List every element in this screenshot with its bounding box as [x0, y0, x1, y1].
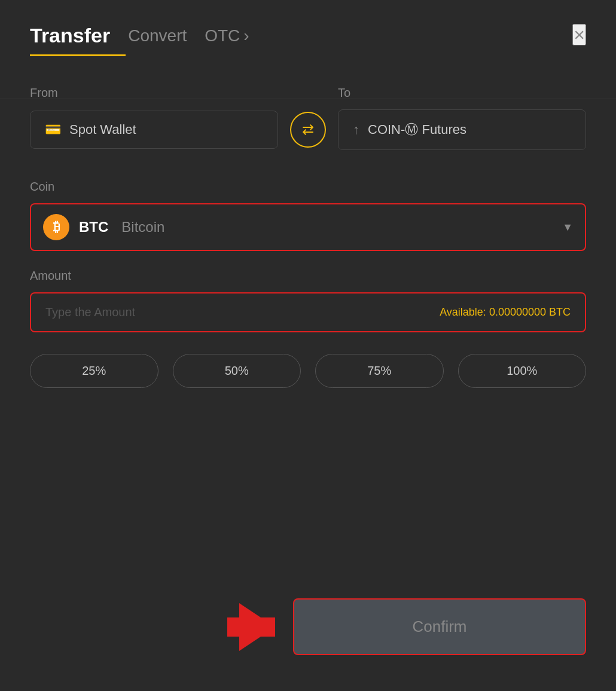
wallet-card-icon: 💳 — [45, 122, 61, 137]
from-to-row: 💳 Spot Wallet ⇄ ↑ COIN-Ⓜ Futures — [30, 109, 586, 150]
tab-transfer[interactable]: Transfer — [30, 24, 110, 47]
tab-convert[interactable]: Convert — [128, 26, 187, 45]
percent-75-button[interactable]: 75% — [315, 354, 444, 388]
to-wallet-selector[interactable]: ↑ COIN-Ⓜ Futures — [338, 109, 586, 150]
tab-otc[interactable]: OTC › — [205, 26, 249, 45]
amount-placeholder[interactable]: Type the Amount — [45, 305, 135, 319]
coin-dropdown[interactable]: ₿ BTC Bitcoin ▼ — [30, 203, 586, 251]
coin-label: Coin — [30, 180, 586, 194]
chevron-down-icon: ▼ — [562, 221, 573, 234]
close-button[interactable]: × — [572, 24, 586, 45]
modal-header: Transfer Convert OTC › — [30, 24, 586, 47]
from-to-labels: From To — [30, 86, 586, 100]
percent-row: 25% 50% 75% 100% — [30, 354, 586, 388]
tab-underline — [30, 54, 126, 56]
modal-container: Transfer Convert OTC › × From To 💳 Spot … — [0, 0, 616, 691]
header-divider — [0, 99, 616, 99]
amount-section: Amount Type the Amount Available: 0.0000… — [30, 269, 586, 332]
from-wallet-selector[interactable]: 💳 Spot Wallet — [30, 111, 278, 149]
to-label: To — [338, 86, 586, 100]
amount-input-box: Type the Amount Available: 0.00000000 BT… — [30, 292, 586, 332]
coin-name: Bitcoin — [121, 219, 164, 236]
percent-50-button[interactable]: 50% — [173, 354, 301, 388]
coin-symbol: BTC — [79, 219, 108, 236]
arrow-right-icon — [239, 603, 275, 651]
swap-icon: ⇄ — [302, 121, 314, 138]
available-balance: Available: 0.00000000 BTC — [440, 306, 571, 319]
amount-label: Amount — [30, 269, 586, 283]
arrow-indicator — [239, 603, 275, 651]
to-wallet-label: COIN-Ⓜ Futures — [368, 121, 466, 139]
from-wallet-label: Spot Wallet — [69, 122, 136, 137]
confirm-row: Confirm — [30, 598, 586, 655]
futures-icon: ↑ — [353, 122, 359, 137]
percent-100-button[interactable]: 100% — [458, 354, 587, 388]
swap-button[interactable]: ⇄ — [290, 112, 326, 148]
coin-section: Coin ₿ BTC Bitcoin ▼ — [30, 180, 586, 251]
confirm-button[interactable]: Confirm — [293, 598, 586, 655]
available-value: 0.00000000 BTC — [489, 306, 571, 318]
btc-icon: ₿ — [43, 214, 69, 240]
percent-25-button[interactable]: 25% — [30, 354, 158, 388]
from-label: From — [30, 86, 338, 100]
